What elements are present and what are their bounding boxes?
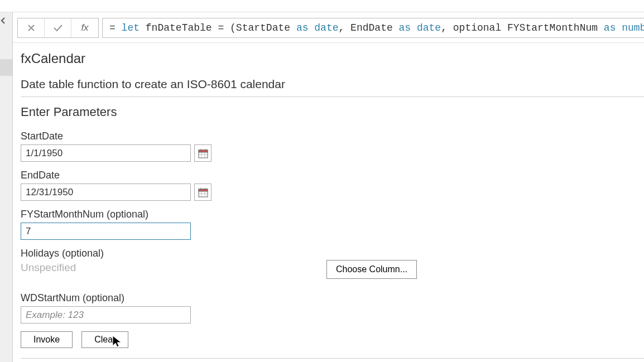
sidebar-collapse-button[interactable] [0,12,12,29]
section-header: Enter Parameters [21,105,644,119]
fystart-input[interactable] [21,223,191,240]
formula-confirm-button[interactable] [45,18,71,37]
clear-button[interactable]: Clear [81,331,128,348]
holidays-value: Unspecified [21,262,322,274]
enddate-calendar-button[interactable] [194,184,212,201]
fx-label: fx [71,18,98,37]
wdstart-label: WDStartNum (optional) [21,292,644,304]
enddate-input[interactable] [21,184,191,201]
formula-bar: fx = let fnDateTable = (StartDate as dat… [13,12,644,43]
calendar-icon [198,148,208,158]
formula-input[interactable]: = let fnDateTable = (StartDate as date, … [102,18,644,38]
function-description: Date table function to create an ISO-860… [21,78,644,91]
startdate-label: StartDate [21,131,644,142]
svg-rect-8 [199,189,208,191]
fystart-label: FYStartMonthNum (optional) [21,209,644,220]
startdate-calendar-button[interactable] [194,144,212,162]
sidebar-selected-query[interactable] [0,59,12,76]
function-name: fxCalendar [21,51,644,66]
divider [21,358,644,359]
holidays-label: Holidays (optional) [21,248,322,259]
formula-cancel-button[interactable] [18,18,45,37]
enddate-label: EndDate [21,170,644,181]
svg-rect-1 [199,150,208,152]
divider [21,96,644,97]
startdate-input[interactable] [21,144,191,162]
invoke-button[interactable]: Invoke [21,331,73,348]
wdstart-input[interactable] [21,306,191,324]
choose-column-button[interactable]: Choose Column... [326,260,417,279]
queries-sidebar [0,12,13,362]
calendar-icon [198,187,208,197]
